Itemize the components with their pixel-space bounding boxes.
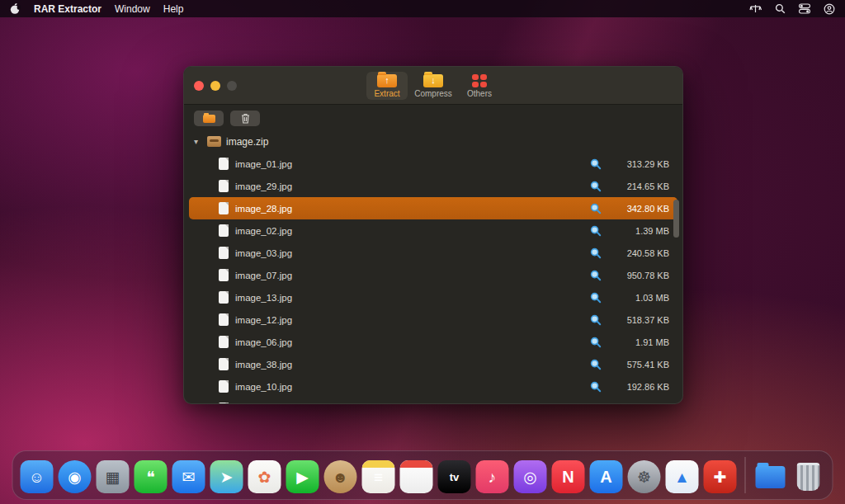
file-name: image_02.jpg [235,226,292,236]
preview-magnifier-icon[interactable] [590,337,602,348]
preview-magnifier-icon[interactable] [590,359,602,370]
menubar-item-help[interactable]: Help [163,3,184,15]
preview-magnifier-icon[interactable] [590,314,602,326]
dock-glyph: ➤ [220,469,234,485]
preview-magnifier-icon[interactable] [590,158,602,170]
file-size: 192.86 KB [608,382,669,392]
dock-glyph: tv [450,472,460,483]
document-icon [219,313,229,326]
menubar-item-window[interactable]: Window [115,3,150,15]
dock-item-tv[interactable]: tv [438,460,471,493]
minimize-button[interactable] [210,81,220,91]
preview-magnifier-icon[interactable] [590,225,602,237]
dock-item-contacts[interactable]: ☻ [324,460,357,493]
file-row[interactable]: image_06.jpg 1.91 MB [189,331,677,353]
dock-item-calendar[interactable] [400,460,433,493]
archive-name: image.zip [226,136,268,148]
window-titlebar: ↑ Extract ↓ Compress Others [184,67,682,105]
dock-item-trash[interactable] [792,460,825,493]
open-archive-button[interactable] [194,111,224,126]
document-icon [219,158,229,170]
scrollbar-thumb[interactable] [673,200,679,238]
file-size: 313.29 KB [608,159,669,169]
apple-menu-icon[interactable] [10,2,21,15]
dock-glyph [756,466,786,488]
document-icon [219,358,229,370]
user-circle-icon[interactable] [824,3,835,15]
dock-item-maps[interactable]: ➤ [210,460,243,493]
file-area: ▾ image.zip image_01.jpg 313.29 KB image… [184,130,682,403]
document-icon [219,202,229,214]
chevron-down-icon[interactable]: ▾ [194,137,202,146]
file-name: image_07.jpg [235,271,292,280]
file-row[interactable]: image_03.jpg 240.58 KB [189,242,677,264]
file-size: 342.80 KB [608,204,669,214]
zoom-button[interactable] [227,81,237,91]
dock-glyph: ✿ [258,469,271,485]
file-row[interactable]: image_07.jpg 950.78 KB [189,264,677,286]
document-icon [219,247,229,259]
desktop-wallpaper: RAR Extractor Window Help [0,0,845,504]
preview-magnifier-icon[interactable] [590,247,602,259]
dock-glyph: N [562,469,574,485]
preview-magnifier-icon[interactable] [590,381,602,393]
file-row[interactable]: image_10.jpg 192.86 KB [189,375,677,398]
dock-item-mountain[interactable]: ▲ [666,460,699,493]
dock-glyph: ▶ [296,469,309,485]
dock-item-mail[interactable]: ✉ [172,460,205,493]
dock-glyph: ▦ [106,469,120,485]
file-size: 214.65 KB [608,181,669,191]
file-row[interactable]: image_13.jpg 1.03 MB [189,286,677,309]
preview-magnifier-icon[interactable] [590,181,602,192]
delete-button[interactable] [230,111,260,126]
file-size: 1.91 MB [608,337,669,347]
dock-item-news[interactable]: N [552,460,585,493]
archive-root-row[interactable]: ▾ image.zip [184,130,682,153]
others-button[interactable]: Others [459,72,500,100]
file-size: 1.39 MB [608,226,669,236]
dock-item-launchpad[interactable]: ▦ [97,460,130,493]
preview-magnifier-icon[interactable] [590,292,602,304]
control-center-icon[interactable] [799,3,810,14]
file-row[interactable]: image_28.jpg 342.80 KB [189,197,677,219]
dock-glyph: ✉ [182,469,196,485]
close-button[interactable] [194,81,204,91]
extract-button[interactable]: ↑ Extract [366,72,408,100]
compress-button[interactable]: ↓ Compress [413,72,454,100]
compress-folder-icon: ↓ [423,74,443,87]
dock-item-facetime[interactable]: ▶ [286,460,319,493]
preview-magnifier-icon[interactable] [590,203,602,214]
file-list: image_01.jpg 313.29 KB image_29.jpg 214.… [184,153,682,403]
dock-item-notes[interactable]: ≡ [362,460,395,493]
extract-folder-icon: ↑ [377,74,397,87]
dock-item-settings[interactable]: ☸ [628,460,661,493]
file-row[interactable]: image_02.jpg 1.39 MB [189,219,677,242]
file-row[interactable]: image_12.jpg 518.37 KB [189,309,677,331]
file-row[interactable]: image_01.jpg 313.29 KB [189,153,677,175]
status-menu-icon[interactable] [749,3,762,14]
window-toolbar: ↑ Extract ↓ Compress Others [184,72,682,100]
menubar-app-name[interactable]: RAR Extractor [34,3,101,15]
dock-item-photos[interactable]: ✿ [248,460,281,493]
dock-glyph: ✚ [714,469,727,485]
search-icon[interactable] [775,3,786,14]
preview-magnifier-icon[interactable] [590,403,602,404]
dock-item-finder[interactable]: ☺ [21,460,54,493]
dock-item-safari[interactable]: ◉ [59,460,92,493]
dock-item-messages[interactable]: ❝ [135,460,168,493]
dock-item-appstore[interactable]: A [590,460,623,493]
file-row[interactable]: image_38.jpg 575.41 KB [189,353,677,375]
traffic-lights [194,81,237,91]
dock-glyph: ≡ [374,469,383,485]
file-size: 1.03 MB [608,293,669,303]
preview-magnifier-icon[interactable] [590,270,602,281]
file-row[interactable]: image_29.jpg 214.65 KB [189,175,677,197]
dock-item-downloads[interactable] [754,460,787,493]
file-name: image_06.jpg [235,337,292,347]
file-row[interactable]: image_04.jpg 265.08 KB [189,398,677,403]
dock-item-podcasts[interactable]: ◎ [514,460,547,493]
dock-item-redapp[interactable]: ✚ [704,460,737,493]
document-icon [219,403,229,403]
dock-item-music[interactable]: ♪ [476,460,509,493]
dock-glyph: ☺ [29,469,45,485]
